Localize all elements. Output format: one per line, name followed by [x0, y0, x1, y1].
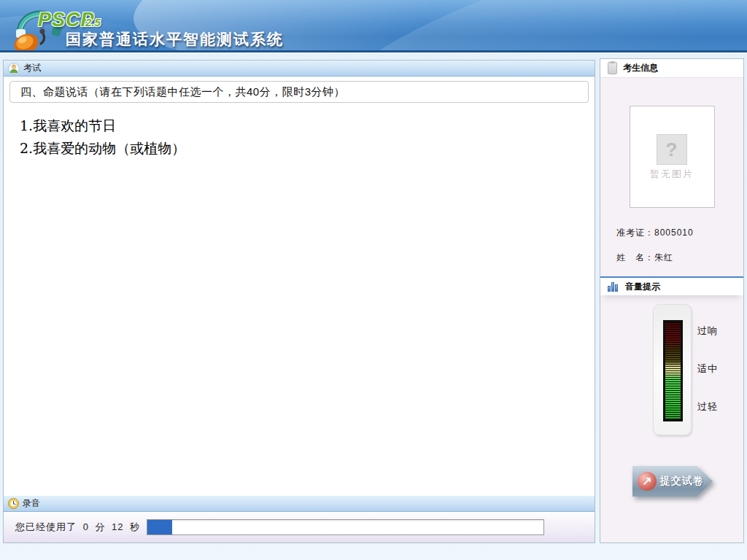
volume-section-header: 音量提示 [600, 276, 743, 295]
exam-section-label: 考试 [23, 62, 41, 74]
volume-bars-icon [608, 281, 619, 292]
submit-paper-button[interactable]: ↗ 提交试卷 [632, 466, 713, 497]
no-image-text: 暂无图片 [630, 168, 714, 181]
seconds-value: 12 [109, 521, 126, 532]
question-title-text: 四、命题说话（请在下列话题中任选一个，共40分，限时3分钟） [20, 85, 345, 99]
admission-number-row: 准考证：8005010 [616, 227, 743, 239]
volume-meter-panel [653, 304, 692, 435]
recording-section-bar: 录音 [4, 496, 595, 512]
topic-list: 1.我喜欢的节日 2.我喜爱的动物（或植物） [4, 103, 595, 496]
minutes-unit: 分 [95, 521, 105, 532]
minutes-value: 0 [80, 521, 92, 532]
time-used-text: 您已经使用了 0 分 12 秒 [15, 521, 140, 534]
seconds-unit: 秒 [130, 521, 140, 532]
logo-version: 2.5 [85, 16, 101, 28]
name-label: 姓 名： [616, 252, 654, 262]
clipboard-icon [608, 62, 617, 74]
app-header: PSCP 2.5 国家普通话水平智能测试系统 [0, 0, 747, 53]
person-icon [8, 63, 20, 74]
candidate-info-header: 考生信息 [600, 59, 743, 78]
candidate-details: 准考证：8005010 姓 名：朱红 [616, 227, 743, 264]
topic-item: 2.我喜爱的动物（或植物） [20, 137, 595, 160]
clock-icon [8, 498, 19, 509]
candidate-info-label: 考生信息 [623, 62, 658, 74]
volume-level-loud: 过响 [697, 324, 718, 338]
volume-level-quiet: 过轻 [697, 400, 718, 413]
topic-item: 1.我喜欢的节日 [20, 114, 595, 137]
timer-row: 您已经使用了 0 分 12 秒 [4, 512, 595, 542]
no-image-icon: ? [657, 134, 687, 165]
admission-label: 准考证： [616, 228, 654, 238]
recording-progress-bar [147, 519, 544, 535]
exam-section-bar: 考试 [4, 61, 595, 77]
volume-section-label: 音量提示 [625, 281, 660, 293]
volume-meter-zone: 过响 适中 过轻 [600, 304, 743, 457]
submit-arrow-icon: ↗ [638, 472, 657, 491]
admission-number: 8005010 [654, 228, 694, 238]
recording-progress-fill [147, 520, 172, 534]
time-prefix: 您已经使用了 [15, 521, 77, 532]
exam-panel: 考试 四、命题说话（请在下列话题中任选一个，共40分，限时3分钟） 1.我喜欢的… [3, 60, 595, 543]
candidate-sidebar: 考生信息 ? 暂无图片 准考证：8005010 姓 名：朱红 音量提示 过响 适… [600, 58, 744, 543]
app-title: 国家普通话水平智能测试系统 [66, 29, 284, 50]
submit-button-wrap: ↗ 提交试卷 [632, 466, 713, 497]
candidate-name: 朱红 [654, 252, 673, 262]
volume-led-meter [663, 320, 683, 421]
submit-button-label: 提交试卷 [660, 475, 704, 488]
name-row: 姓 名：朱红 [616, 252, 743, 264]
question-title: 四、命题说话（请在下列话题中任选一个，共40分，限时3分钟） [9, 81, 589, 103]
candidate-photo-placeholder: ? 暂无图片 [630, 106, 715, 208]
recording-section-label: 录音 [23, 497, 40, 510]
volume-level-medium: 适中 [697, 362, 718, 376]
